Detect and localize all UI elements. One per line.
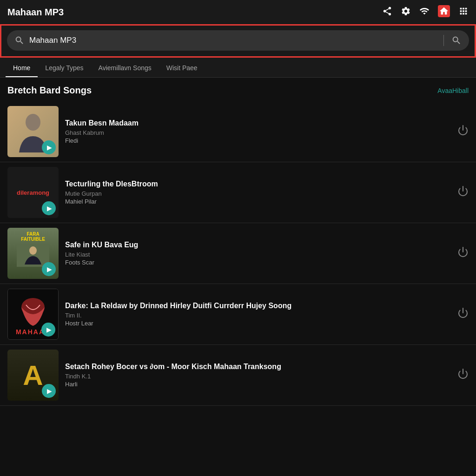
thumb-movie-title: FARAFAITUIBLE [21, 231, 45, 242]
play-icon: ▶ [47, 265, 52, 273]
search-right-icon[interactable] [451, 35, 462, 46]
svg-point-3 [29, 246, 37, 255]
section-title: Bretch Bard Songs [7, 85, 92, 96]
list-item: A ▶ Setach Rohey Bocer vs ∂om - Moor Kis… [0, 345, 476, 406]
play-button[interactable]: ▶ [42, 201, 56, 215]
person-figure [24, 246, 42, 264]
play-icon: ▶ [47, 387, 52, 395]
power-button[interactable] [457, 185, 469, 199]
settings-icon[interactable] [401, 6, 411, 19]
power-button[interactable] [457, 125, 469, 139]
song-info: Takun Besn Madaam Ghast Kabrum Fledi [65, 119, 451, 144]
search-bar [7, 30, 469, 51]
search-container [0, 24, 476, 58]
song-subtitle: Ghast Kabrum [65, 129, 451, 136]
song-artist: Fledi [65, 137, 451, 144]
thumb-a-letter: A [23, 359, 43, 391]
power-button[interactable] [457, 368, 469, 382]
search-left-icon [14, 35, 25, 46]
song-thumbnail: A ▶ [7, 350, 59, 401]
play-icon: ▶ [47, 144, 52, 151]
app-header: Mahaan MP3 [0, 0, 476, 24]
nav-tabs: Home Legaly Types Aviemillavn Songs Wisi… [0, 58, 476, 78]
song-subtitle: Mutie Gurpan [65, 190, 451, 197]
play-icon: ▶ [46, 326, 52, 333]
song-thumbnail: ▶ [7, 106, 59, 157]
more-icon[interactable] [458, 6, 469, 19]
tab-aviemillavn-songs[interactable]: Aviemillavn Songs [91, 58, 159, 77]
search-input[interactable] [29, 36, 436, 45]
song-thumbnail: dileramong ▶ [7, 167, 59, 218]
list-item: MAHAAN ▶ Darke: La Reldaw by Drinned Hir… [0, 284, 476, 345]
tab-legaly-types[interactable]: Legaly Types [38, 58, 91, 77]
song-artist: Harli [65, 381, 451, 388]
main-content: Bretch Bard Songs AvaaНiball ▶ Takun Bes… [0, 78, 476, 413]
app-title: Mahaan MP3 [7, 7, 64, 18]
song-title: Takun Besn Madaam [65, 119, 451, 127]
song-info: Setach Rohey Bocer vs ∂om - Moor Kisch M… [65, 363, 451, 388]
share-icon[interactable] [382, 6, 392, 19]
song-subtitle: Lite Kiast [65, 251, 451, 258]
list-item: dileramong ▶ Tecturling the DlesBtroom M… [0, 162, 476, 223]
song-title: Safe in KU Bava Eug [65, 241, 451, 249]
song-info: Darke: La Reldaw by Drinned Hirley Duitf… [65, 302, 451, 327]
song-artist: Hostr Lear [65, 320, 451, 327]
song-subtitle: Tindh K.1 [65, 373, 451, 380]
song-thumbnail: MAHAAN ▶ [7, 289, 59, 340]
play-icon: ▶ [47, 205, 52, 212]
song-info: Safe in KU Bava Eug Lite Kiast Foots Sca… [65, 241, 451, 266]
song-thumbnail: FARAFAITUIBLE ▶ [7, 228, 59, 279]
song-artist: Foots Scar [65, 259, 451, 266]
search-divider [443, 35, 444, 46]
play-button[interactable]: ▶ [42, 262, 56, 276]
song-list: ▶ Takun Besn Madaam Ghast Kabrum Fledi d… [0, 101, 476, 406]
list-item: FARAFAITUIBLE ▶ Safe in KU Bava Eug Lite… [0, 223, 476, 284]
tab-home[interactable]: Home [6, 58, 38, 77]
play-button[interactable]: ▶ [42, 140, 56, 154]
song-title: Darke: La Reldaw by Drinned Hirley Duitf… [65, 302, 451, 310]
song-artist: Mahiel Pilar [65, 198, 451, 205]
tab-wisit-paee[interactable]: Wisit Paee [159, 58, 205, 77]
song-title: Setach Rohey Bocer vs ∂om - Moor Kisch M… [65, 363, 451, 371]
thumb-brand-text: dileramong [17, 189, 49, 196]
header-icon-group [382, 5, 469, 20]
wifi-icon[interactable] [419, 6, 430, 19]
list-item: ▶ Takun Besn Madaam Ghast Kabrum Fledi [0, 101, 476, 162]
svg-point-0 [26, 114, 40, 131]
power-button[interactable] [457, 246, 469, 260]
play-button[interactable]: ▶ [42, 384, 56, 398]
song-info: Tecturling the DlesBtroom Mutie Gurpan M… [65, 180, 451, 205]
power-button[interactable] [457, 307, 469, 321]
song-title: Tecturling the DlesBtroom [65, 180, 451, 188]
play-button[interactable]: ▶ [41, 323, 55, 337]
section-header: Bretch Bard Songs AvaaНiball [0, 85, 476, 101]
section-link[interactable]: AvaaНiball [437, 87, 469, 94]
song-subtitle: Tim II. [65, 312, 451, 319]
home-icon[interactable] [438, 5, 450, 20]
